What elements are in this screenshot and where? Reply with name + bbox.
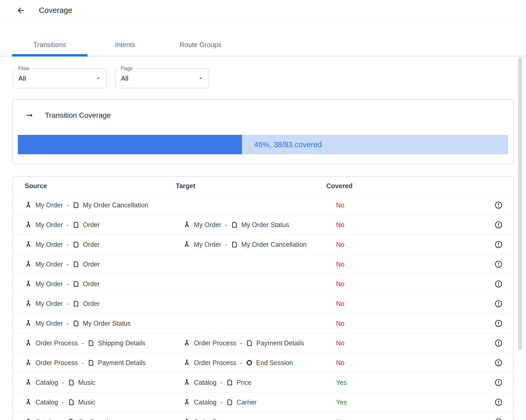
page-filter-select[interactable]: Page All (115, 68, 209, 88)
flow-icon (25, 379, 32, 386)
table-row: Catalog-ConfirmationOrder ProcessNo (13, 412, 513, 420)
flow-icon (25, 241, 32, 248)
page-name: Music (78, 398, 95, 406)
flow-name: Catalog (35, 398, 58, 406)
page-icon (73, 261, 80, 268)
tab-transitions[interactable]: Transitions (12, 41, 87, 56)
top-bar: Coverage (0, 0, 526, 21)
error-outline-icon[interactable] (494, 378, 503, 387)
table-row: My Order-OrderMy Order-My Order StatusNo (13, 215, 513, 235)
covered-value: No (326, 359, 476, 367)
separator-dash: - (225, 241, 227, 248)
page-icon (246, 340, 253, 347)
page-icon (68, 418, 75, 420)
page-title: Coverage (39, 6, 72, 15)
flow-icon (25, 260, 32, 268)
covered-value: No (326, 201, 476, 209)
page-name: Order (83, 300, 100, 308)
flow-name: Order Process (194, 339, 236, 347)
separator-dash: - (62, 379, 64, 386)
source-cell: My Order-Order (25, 241, 176, 248)
target-cell: Order Process-End Session (176, 359, 326, 367)
tab-route-groups[interactable]: Route Groups (163, 41, 238, 56)
separator-dash: - (66, 241, 69, 248)
source-cell: Order Process-Payment Details (25, 359, 176, 367)
caret-down-icon (95, 75, 102, 82)
target-cell: Order Process (176, 418, 326, 420)
flow-name: My Order (35, 260, 63, 268)
source-cell: Catalog-Music (25, 379, 176, 386)
table-row: Catalog-MusicCatalog-PriceYes (13, 373, 513, 392)
tab-label: Route Groups (180, 41, 221, 49)
table-row: My Order-My Order CancellationNo (13, 195, 513, 215)
flow-filter-value: All (18, 74, 26, 83)
error-outline-icon[interactable] (494, 280, 503, 288)
separator-dash: - (220, 398, 222, 406)
page-icon (226, 379, 233, 386)
page-name: My Order Status (241, 221, 289, 229)
error-outline-icon[interactable] (494, 319, 503, 327)
error-outline-icon[interactable] (494, 221, 503, 229)
tab-label: Intents (115, 41, 135, 49)
page-icon (68, 379, 75, 386)
page-name: Shipping Details (98, 339, 146, 347)
flow-icon (25, 398, 32, 406)
page-icon (231, 221, 238, 228)
target-cell: My Order-My Order Status (176, 221, 326, 229)
separator-dash: - (240, 359, 242, 367)
covered-value: No (326, 339, 476, 347)
separator-dash: - (66, 221, 69, 229)
source-cell: My Order-My Order Status (25, 320, 176, 327)
flow-icon (25, 320, 32, 327)
separator-dash: - (66, 201, 69, 209)
covered-value: No (326, 300, 476, 308)
source-cell: Catalog-Confirmation (25, 418, 176, 420)
page-icon (231, 241, 238, 248)
vertical-scrollbar-thumb[interactable] (518, 57, 522, 350)
source-cell: My Order-Order (25, 280, 176, 288)
coverage-progress-label: 46%, 38/83 covered (254, 140, 322, 149)
tab-intents[interactable]: Intents (87, 41, 163, 56)
error-outline-icon[interactable] (494, 398, 503, 406)
page-icon (226, 399, 233, 406)
page-icon (73, 320, 80, 327)
covered-value: No (326, 221, 476, 229)
source-cell: Order Process-Shipping Details (25, 339, 176, 347)
flow-name: Catalog (35, 379, 58, 386)
table-row: Order Process-Payment DetailsOrder Proce… (13, 353, 513, 373)
page-name: My Order Status (83, 320, 131, 327)
error-outline-icon[interactable] (494, 359, 503, 367)
error-outline-icon[interactable] (494, 339, 503, 347)
flow-filter-select[interactable]: Flow All (13, 68, 107, 88)
end-session-name: End Session (256, 359, 293, 367)
flow-name: My Order (194, 241, 221, 248)
flow-name: Order Process (194, 359, 236, 367)
table-row: Order Process-Shipping DetailsOrder Proc… (13, 333, 513, 353)
error-outline-icon[interactable] (494, 201, 503, 209)
coverage-card-header: Transition Coverage (13, 100, 513, 120)
separator-dash: - (66, 320, 69, 327)
flow-icon (25, 359, 32, 366)
separator-dash: - (220, 379, 222, 386)
flow-name: Catalog (194, 398, 216, 406)
covered-value: Yes (326, 398, 476, 406)
separator-dash: - (66, 300, 69, 308)
covered-value: No (326, 241, 476, 248)
flow-name: My Order (35, 300, 63, 308)
column-header-target: Target (176, 182, 326, 190)
page-name: Music (78, 379, 95, 386)
error-outline-icon[interactable] (494, 240, 503, 249)
error-outline-icon[interactable] (494, 300, 503, 308)
separator-dash: - (66, 280, 69, 288)
error-outline-icon[interactable] (494, 260, 503, 268)
page-icon (73, 280, 80, 288)
error-outline-icon[interactable] (494, 418, 503, 420)
back-button[interactable] (15, 4, 27, 17)
page-icon (73, 221, 80, 228)
page-name: Payment Details (256, 339, 304, 347)
flow-name: Order Process (194, 418, 236, 420)
separator-dash: - (81, 359, 84, 367)
flow-name: Order Process (35, 339, 78, 347)
page-name: Payment Details (98, 359, 146, 367)
table-row: My Order-OrderNo (13, 254, 513, 274)
